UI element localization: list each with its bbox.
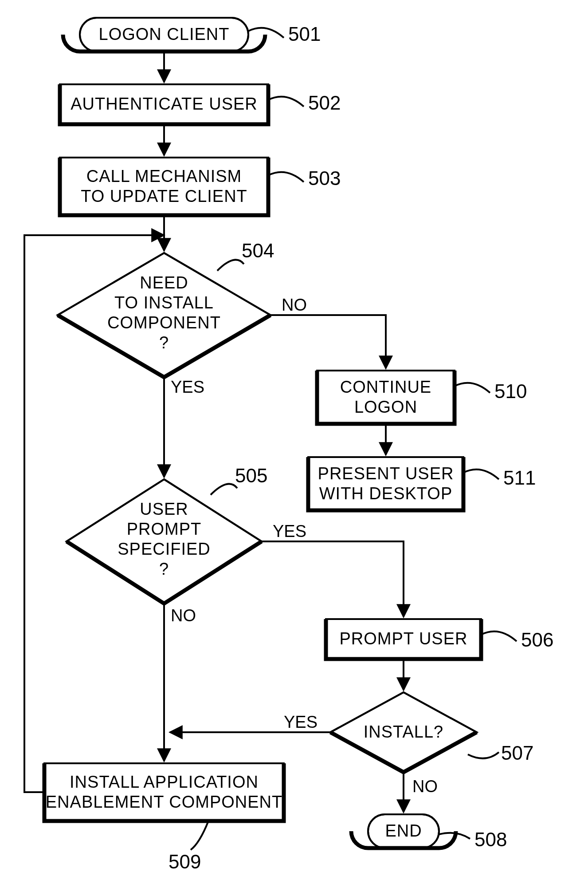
ref-508: 508	[474, 829, 507, 850]
node-text: LOGON	[354, 398, 417, 416]
ref-507: 507	[501, 742, 533, 764]
node-user-prompt-specified: USER PROMPT SPECIFIED ?	[67, 479, 262, 604]
node-text: COMPONENT	[107, 313, 221, 332]
node-text: TO INSTALL	[114, 293, 214, 312]
ref-503: 503	[308, 167, 341, 189]
node-present-desktop: PRESENT USER WITH DESKTOP	[308, 457, 463, 510]
node-text: NEED	[140, 273, 188, 292]
ref-504: 504	[242, 240, 274, 261]
node-install-component: INSTALL APPLICATION ENABLEMENT COMPONENT	[44, 763, 284, 821]
ref-505: 505	[235, 465, 267, 486]
ref-511: 511	[503, 467, 536, 489]
ref-502: 502	[308, 92, 341, 114]
edge-label: YES	[273, 522, 306, 541]
node-prompt-user: PROMPT USER	[326, 619, 481, 659]
node-install-decision: INSTALL?	[330, 692, 477, 772]
node-text: ENABLEMENT COMPONENT	[46, 793, 282, 811]
node-text: PROMPT USER	[339, 629, 467, 648]
node-text: ?	[159, 560, 169, 578]
node-text: ?	[159, 333, 169, 352]
node-text: WITH DESKTOP	[319, 484, 453, 503]
node-need-install: NEED TO INSTALL COMPONENT ?	[58, 253, 270, 377]
ref-506: 506	[521, 629, 553, 651]
ref-501: 501	[288, 23, 321, 45]
ref-510: 510	[494, 380, 527, 402]
node-text: CONTINUE	[340, 378, 431, 396]
node-continue-logon: CONTINUE LOGON	[317, 371, 455, 424]
edge-label: NO	[412, 777, 438, 796]
node-logon-client: LOGON CLIENT	[63, 18, 265, 51]
node-text: SPECIFIED	[118, 540, 211, 558]
svg-rect-6	[60, 158, 268, 215]
flowchart: LOGON CLIENT 501 AUTHENTICATE USER 502 C…	[0, 0, 588, 896]
node-text: CALL MECHANISM	[86, 167, 242, 186]
node-text: USER	[140, 500, 188, 518]
node-call-mechanism: CALL MECHANISM TO UPDATE CLIENT	[60, 158, 268, 215]
node-authenticate-user: AUTHENTICATE USER	[60, 84, 268, 124]
node-text: PROMPT	[127, 520, 202, 538]
node-text: TO UPDATE CLIENT	[81, 187, 247, 205]
node-text: INSTALL APPLICATION	[70, 773, 259, 791]
node-text: END	[385, 821, 422, 840]
edge-label: NO	[171, 606, 196, 625]
node-text: INSTALL?	[364, 722, 443, 741]
node-text: LOGON CLIENT	[99, 25, 230, 43]
edge-label: YES	[171, 378, 204, 396]
edge-label: NO	[282, 296, 307, 314]
node-end: END	[351, 814, 456, 848]
node-text: PRESENT USER	[318, 464, 454, 483]
node-text: AUTHENTICATE USER	[71, 95, 258, 113]
edge-label: YES	[284, 713, 318, 731]
ref-509: 509	[169, 851, 201, 872]
svg-rect-29	[44, 763, 284, 821]
